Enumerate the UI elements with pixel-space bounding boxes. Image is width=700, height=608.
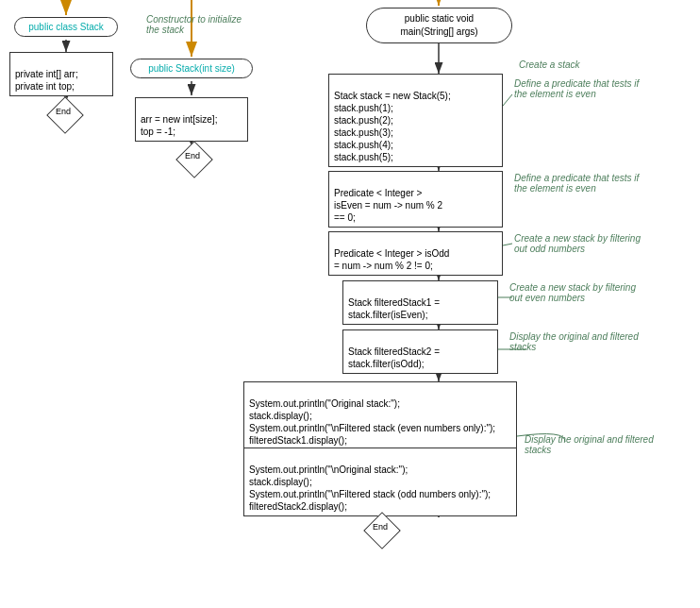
filter-odd-annotation: Create a new stack by filtering out odd … bbox=[514, 233, 651, 254]
stack-init-text: Stack stack = new Stack(5); stack.push(1… bbox=[334, 91, 451, 162]
predicate-odd-text: Predicate < Integer > isOdd = num -> num… bbox=[334, 248, 449, 271]
constructor-body-text: arr = new int[size]; top = -1; bbox=[141, 114, 217, 137]
display2-text: System.out.println("\nOriginal stack:");… bbox=[249, 464, 491, 512]
svg-line-17 bbox=[503, 94, 512, 106]
display-annotation-1: Display the original and filtered stacks bbox=[509, 331, 642, 352]
constructor-body-box: arr = new int[size]; top = -1; bbox=[135, 97, 248, 142]
filter-odd-text: Create a new stack by filtering out odd … bbox=[514, 233, 641, 254]
display-ann1-text: Display the original and filtered stacks bbox=[509, 331, 639, 352]
class-fields-box: private int[] arr; private int top; bbox=[9, 52, 113, 96]
filtered-stack2-box: Stack filteredStack2 = stack.filter(isOd… bbox=[342, 329, 498, 374]
constructor-ann-text: Constructor to initialize the stack bbox=[146, 14, 242, 35]
filtered-stack2-text: Stack filteredStack2 = stack.filter(isOd… bbox=[348, 346, 440, 369]
display1-box: System.out.println("Original stack:"); s… bbox=[243, 381, 517, 450]
create-stack-annotation: Create a stack bbox=[519, 59, 579, 70]
stack-init-box: Stack stack = new Stack(5); stack.push(1… bbox=[328, 74, 503, 167]
display-annotation-2: Display the original and filtered stacks bbox=[525, 434, 671, 455]
class-end-label: End bbox=[56, 107, 71, 116]
predicate-even-box: Predicate < Integer > isEven = num -> nu… bbox=[328, 171, 503, 228]
display2-box: System.out.println("\nOriginal stack:");… bbox=[243, 448, 517, 516]
define-even-annotation: Define a predicate that tests if the ele… bbox=[514, 78, 646, 99]
main-end-label: End bbox=[373, 522, 388, 532]
class-end-wrapper: End bbox=[52, 102, 80, 130]
filter-even-annotation: Create a new stack by filtering out even… bbox=[509, 282, 646, 303]
filtered-stack1-text: Stack filteredStack1 = stack.filter(isEv… bbox=[348, 297, 440, 320]
constructor-start-oval: public Stack(int size) bbox=[130, 59, 253, 78]
predicate-even-text: Predicate < Integer > isEven = num -> nu… bbox=[334, 188, 442, 223]
filtered-stack1-box: Stack filteredStack1 = stack.filter(isEv… bbox=[342, 280, 498, 325]
svg-line-18 bbox=[503, 244, 512, 245]
constructor-label: public Stack(int size) bbox=[148, 63, 235, 74]
constructor-end-label: End bbox=[185, 151, 200, 160]
display-ann2-text: Display the original and filtered stacks bbox=[525, 434, 654, 455]
class-start-oval: public class Stack bbox=[14, 17, 118, 37]
main-start-oval: public static void main(String[] args) bbox=[366, 8, 512, 43]
main-end-wrapper: End bbox=[369, 517, 397, 546]
class-label: public class Stack bbox=[28, 22, 103, 32]
define-even2-text: Define a predicate that tests if the ele… bbox=[514, 173, 639, 194]
define-even-text: Define a predicate that tests if the ele… bbox=[514, 78, 639, 99]
constructor-annotation: Constructor to initialize the stack bbox=[146, 14, 255, 35]
main-start-label: public static void main(String[] args) bbox=[400, 13, 477, 37]
create-stack-text: Create a stack bbox=[519, 59, 579, 70]
filter-even-text: Create a new stack by filtering out even… bbox=[509, 282, 636, 303]
predicate-odd-box: Predicate < Integer > isOdd = num -> num… bbox=[328, 231, 503, 276]
define-even2-annotation: Define a predicate that tests if the ele… bbox=[514, 173, 646, 194]
class-fields-text: private int[] arr; private int top; bbox=[15, 69, 78, 92]
display1-text: System.out.println("Original stack:"); s… bbox=[249, 398, 495, 446]
constructor-end-wrapper: End bbox=[181, 146, 209, 175]
